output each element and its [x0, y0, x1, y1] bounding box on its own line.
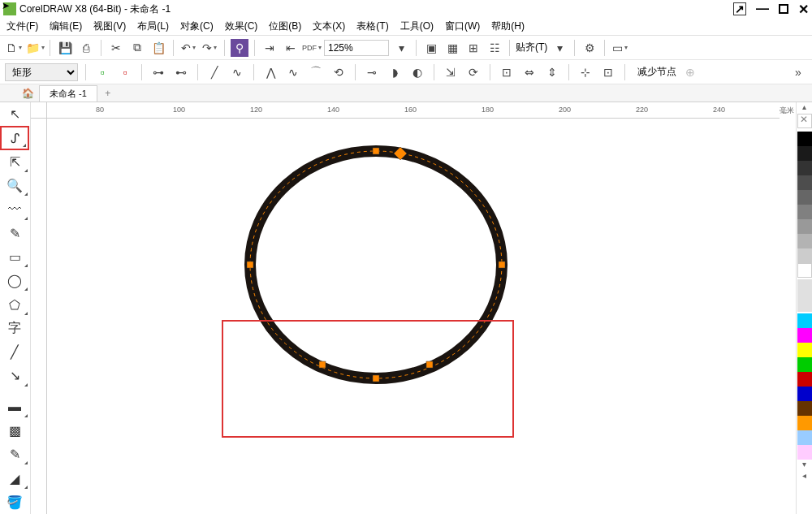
undo-button[interactable]: ↶ — [179, 39, 197, 57]
fullscreen-button[interactable]: ▣ — [422, 39, 440, 57]
color-swatch[interactable] — [797, 445, 812, 460]
join-nodes-button[interactable]: ⊶ — [149, 63, 167, 81]
new-button[interactable]: 🗋 — [5, 39, 23, 57]
color-swatch[interactable] — [797, 248, 812, 263]
show-guides-button[interactable]: ☷ — [486, 39, 503, 57]
shape-select[interactable]: 矩形 — [5, 63, 78, 81]
menu-file[interactable]: 文件(F) — [6, 19, 38, 33]
add-node-button[interactable]: ▫ — [93, 63, 111, 81]
polygon-tool[interactable]: ⬠ — [0, 292, 29, 316]
export-button[interactable]: ⇤ — [282, 39, 300, 57]
reduce-nodes-button[interactable]: ⊕ — [681, 63, 699, 81]
break-nodes-button[interactable]: ⊷ — [172, 63, 190, 81]
zoom-input[interactable] — [324, 40, 389, 56]
zoom-dropdown[interactable]: ▾ — [392, 39, 410, 57]
connector-tool[interactable]: ↘ — [0, 364, 29, 387]
add-tab-button[interactable]: + — [101, 86, 115, 101]
color-swatch[interactable] — [797, 416, 812, 430]
smooth-node-button[interactable]: ∿ — [284, 63, 302, 81]
stretch-button[interactable]: ⇲ — [442, 63, 460, 81]
color-swatch[interactable] — [797, 343, 812, 357]
transparency-tool[interactable]: ▩ — [0, 419, 29, 443]
menu-bitmap[interactable]: 位图(B) — [269, 19, 301, 33]
maximize-button[interactable] — [779, 4, 788, 14]
no-color-swatch[interactable] — [797, 114, 812, 128]
close-curve-button[interactable]: ◐ — [408, 63, 426, 81]
horizontal-ruler[interactable]: 80 100 120 140 160 180 200 220 240 — [47, 102, 780, 119]
menu-text[interactable]: 文本(X) — [313, 19, 345, 33]
snap-dropdown-arrow[interactable]: ▾ — [551, 39, 568, 57]
minimize-button[interactable]: — — [756, 2, 769, 16]
color-swatch[interactable] — [797, 357, 812, 372]
vertical-ruler[interactable] — [31, 119, 47, 514]
elastic-button[interactable]: ⊹ — [577, 63, 594, 81]
show-rulers-button[interactable]: ▦ — [443, 39, 461, 57]
publish-pdf-button[interactable]: PDF — [303, 39, 321, 57]
ruler-origin[interactable] — [31, 102, 47, 119]
snap-dropdown[interactable]: 贴齐(T) — [516, 41, 547, 54]
menu-object[interactable]: 对象(C) — [180, 19, 214, 33]
select-all-nodes-button[interactable]: ⊡ — [599, 63, 617, 81]
shape-tool[interactable]: ᔑ — [0, 126, 29, 150]
welcome-tab[interactable]: 🏠 — [19, 86, 36, 101]
text-tool[interactable]: 字 — [0, 317, 29, 340]
interactive-fill-tool[interactable]: ◢ — [0, 466, 29, 490]
color-swatch[interactable] — [797, 146, 812, 161]
artistic-media-tool[interactable]: ✎ — [0, 222, 29, 245]
launch-button[interactable]: ▭ — [611, 39, 628, 57]
extend-button[interactable]: ⊸ — [363, 63, 381, 81]
color-swatch[interactable] — [797, 190, 812, 205]
color-swatch[interactable] — [797, 175, 812, 190]
freehand-tool[interactable]: 〰 — [0, 197, 29, 221]
symmetric-node-button[interactable]: ⌒ — [307, 63, 325, 81]
copy-button[interactable]: ⧉ — [128, 39, 146, 57]
palette-flyout-arrow[interactable]: ◂ — [797, 471, 811, 482]
paste-button[interactable]: 📋 — [149, 39, 167, 57]
reflect-v-button[interactable]: ⇕ — [543, 63, 561, 81]
menu-help[interactable]: 帮助(H) — [491, 19, 525, 33]
color-swatch[interactable] — [797, 161, 812, 175]
palette-scrollbar[interactable] — [797, 279, 812, 312]
document-tab[interactable]: 未命名 -1 — [39, 85, 97, 102]
delete-node-button[interactable]: ▫ — [116, 63, 134, 81]
cut-button[interactable]: ✂ — [107, 39, 125, 57]
zoom-tool[interactable]: 🔍 — [0, 174, 29, 197]
color-swatch[interactable] — [797, 387, 812, 401]
reverse-button[interactable]: ⟲ — [330, 63, 348, 81]
menu-layout[interactable]: 布局(L) — [137, 19, 169, 33]
menu-tool[interactable]: 工具(O) — [400, 19, 434, 33]
crop-tool[interactable]: ⇱ — [0, 150, 29, 174]
pick-tool[interactable]: ↖ — [0, 102, 29, 126]
menu-effect[interactable]: 效果(C) — [225, 19, 258, 33]
import-button[interactable]: ⇥ — [261, 39, 279, 57]
show-grid-button[interactable]: ⊞ — [464, 39, 482, 57]
quickstart-icon[interactable]: ↗ — [733, 2, 746, 15]
color-swatch[interactable] — [797, 372, 812, 387]
color-swatch[interactable] — [797, 205, 812, 219]
drawing-canvas[interactable] — [47, 119, 780, 514]
color-swatch[interactable] — [797, 219, 812, 234]
search-button[interactable]: ⚲ — [231, 39, 248, 57]
to-curve-button[interactable]: ∿ — [228, 63, 246, 81]
rectangle-tool[interactable]: ▭ — [0, 245, 29, 269]
color-eyedropper-tool[interactable]: ✎ — [0, 443, 29, 466]
color-swatch[interactable] — [797, 234, 812, 248]
color-swatch[interactable] — [797, 313, 812, 328]
rotate-button[interactable]: ⟳ — [464, 63, 482, 81]
more-button[interactable]: » — [789, 63, 807, 81]
print-button[interactable]: ⎙ — [77, 39, 95, 57]
parallel-dim-tool[interactable]: ╱ — [0, 340, 29, 364]
options-button[interactable]: ⚙ — [581, 39, 598, 57]
color-swatch[interactable] — [797, 401, 812, 416]
open-button[interactable]: 📁 — [26, 39, 44, 57]
ellipse-tool[interactable]: ◯ — [0, 269, 29, 292]
close-button[interactable]: ✕ — [798, 2, 809, 17]
save-button[interactable]: 💾 — [56, 39, 74, 57]
smart-fill-tool[interactable]: 🪣 — [0, 490, 29, 514]
cusp-node-button[interactable]: ⋀ — [261, 63, 279, 81]
reflect-h-button[interactable]: ⇔ — [520, 63, 538, 81]
align-button[interactable]: ⊡ — [498, 63, 516, 81]
color-swatch[interactable] — [797, 132, 812, 146]
menu-window[interactable]: 窗口(W) — [445, 19, 480, 33]
menu-table[interactable]: 表格(T) — [356, 19, 388, 33]
